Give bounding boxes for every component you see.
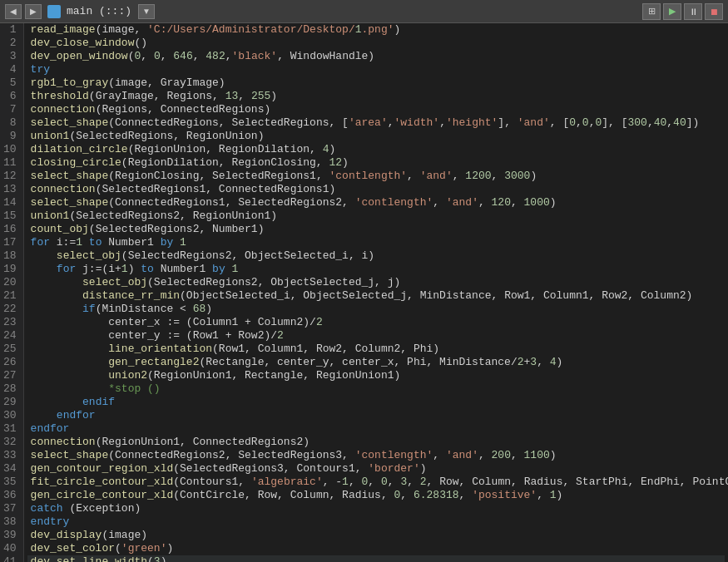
line-number-8: 8 (3, 116, 17, 130)
line-numbers: 1234567891011121314151617181920212223242… (0, 23, 24, 562)
code-line-7[interactable]: connection(Regions, ConnectedRegions) (27, 103, 725, 116)
line-number-17: 17 (3, 236, 17, 249)
line-number-29: 29 (3, 396, 17, 409)
line-number-26: 26 (3, 356, 17, 369)
editor-container: 1234567891011121314151617181920212223242… (0, 23, 728, 562)
line-number-27: 27 (3, 369, 17, 382)
line-number-18: 18 (3, 249, 17, 263)
line-number-5: 5 (3, 76, 17, 90)
code-line-11[interactable]: closing_circle(RegionDilation, RegionClo… (27, 156, 725, 170)
title-bar: ◀ ▶ main (:::) ▼ ⊞ ▶ ⏸ ⏹ (0, 0, 728, 23)
line-number-36: 36 (3, 489, 17, 502)
line-number-3: 3 (3, 50, 17, 63)
line-number-15: 15 (3, 210, 17, 223)
line-number-33: 33 (3, 449, 17, 462)
line-number-38: 38 (3, 515, 17, 529)
code-line-17[interactable]: for i:=1 to Number1 by 1 (27, 236, 725, 249)
line-number-10: 10 (3, 143, 17, 156)
code-line-24[interactable]: center_y := (Row1 + Row2)/2 (27, 329, 725, 343)
line-number-14: 14 (3, 196, 17, 210)
code-line-22[interactable]: if(MinDistance < 68) (27, 303, 725, 316)
toolbar-buttons: ⊞ ▶ ⏸ ⏹ (642, 3, 723, 20)
line-number-7: 7 (3, 103, 17, 116)
code-line-12[interactable]: select_shape(RegionClosing, SelectedRegi… (27, 170, 725, 183)
pause-button[interactable]: ⏸ (684, 3, 702, 20)
code-line-34[interactable]: gen_contour_region_xld(SelectedRegions3,… (27, 462, 725, 476)
line-number-32: 32 (3, 436, 17, 449)
code-line-25[interactable]: line_orientation(Row1, Column1, Row2, Co… (27, 343, 725, 356)
code-line-19[interactable]: for j:=(i+1) to Number1 by 1 (27, 263, 725, 276)
line-number-11: 11 (3, 156, 17, 170)
line-number-12: 12 (3, 170, 17, 183)
forward-button[interactable]: ▶ (25, 4, 42, 19)
code-line-40[interactable]: dev_set_color('green') (27, 542, 725, 555)
line-number-2: 2 (3, 37, 17, 50)
code-line-13[interactable]: connection(SelectedRegions1, ConnectedRe… (27, 183, 725, 196)
file-icon (47, 5, 61, 18)
code-line-16[interactable]: count_obj(SelectedRegions2, Number1) (27, 223, 725, 236)
line-number-21: 21 (3, 289, 17, 303)
line-number-37: 37 (3, 502, 17, 515)
line-number-40: 40 (3, 542, 17, 555)
code-line-8[interactable]: select_shape(ConnectedRegions, SelectedR… (27, 116, 725, 130)
code-line-26[interactable]: gen_rectangle2(Rectangle, center_y, cent… (27, 356, 725, 369)
code-line-14[interactable]: select_shape(ConnectedRegions1, Selected… (27, 196, 725, 210)
line-number-20: 20 (3, 276, 17, 289)
code-line-27[interactable]: union2(RegionUnion1, Rectangle, RegionUn… (27, 369, 725, 382)
code-line-37[interactable]: catch (Exception) (27, 502, 725, 515)
code-line-28[interactable]: *stop () (27, 382, 725, 396)
code-line-31[interactable]: endfor (27, 422, 725, 436)
line-number-1: 1 (3, 23, 17, 37)
line-number-34: 34 (3, 462, 17, 476)
code-line-41[interactable]: dev_set_line_width(3) (27, 555, 725, 562)
code-line-29[interactable]: endif (27, 396, 725, 409)
code-line-35[interactable]: fit_circle_contour_xld(Contours1, 'algeb… (27, 476, 725, 489)
run-button[interactable]: ▶ (663, 3, 681, 20)
line-number-4: 4 (3, 63, 17, 76)
line-number-39: 39 (3, 529, 17, 542)
code-line-2[interactable]: dev_close_window() (27, 37, 725, 50)
code-line-39[interactable]: dev_display(image) (27, 529, 725, 542)
code-line-20[interactable]: select_obj(SelectedRegions2, ObjectSelec… (27, 276, 725, 289)
line-number-19: 19 (3, 263, 17, 276)
line-number-16: 16 (3, 223, 17, 236)
line-number-24: 24 (3, 329, 17, 343)
title-text: main (:::) (67, 5, 131, 17)
code-line-6[interactable]: threshold(GrayImage, Regions, 13, 255) (27, 90, 725, 103)
line-number-30: 30 (3, 409, 17, 422)
stop-button[interactable]: ⏹ (705, 3, 723, 20)
code-line-9[interactable]: union1(SelectedRegions, RegionUnion) (27, 130, 725, 143)
code-line-33[interactable]: select_shape(ConnectedRegions2, Selected… (27, 449, 725, 462)
code-area[interactable]: read_image(image, 'C:/Users/Administrato… (24, 23, 728, 562)
line-number-41: 41 (3, 555, 17, 562)
code-line-10[interactable]: dilation_circle(RegionUnion, RegionDilat… (27, 143, 725, 156)
line-number-28: 28 (3, 382, 17, 396)
back-button[interactable]: ◀ (5, 4, 22, 19)
line-number-25: 25 (3, 343, 17, 356)
line-number-31: 31 (3, 422, 17, 436)
nav-buttons: ◀ ▶ main (:::) ▼ (5, 4, 155, 19)
code-line-15[interactable]: union1(SelectedRegions2, RegionUnion1) (27, 210, 725, 223)
code-line-30[interactable]: endfor (27, 409, 725, 422)
code-line-36[interactable]: gen_circle_contour_xld(ContCircle, Row, … (27, 489, 725, 502)
line-number-35: 35 (3, 476, 17, 489)
line-number-22: 22 (3, 303, 17, 316)
code-line-3[interactable]: dev_open_window(0, 0, 646, 482,'black', … (27, 50, 725, 63)
code-line-4[interactable]: try (27, 63, 725, 76)
line-number-9: 9 (3, 130, 17, 143)
toolbar-btn-1[interactable]: ⊞ (642, 3, 661, 20)
code-line-38[interactable]: endtry (27, 515, 725, 529)
code-line-32[interactable]: connection(RegionUnion1, ConnectedRegion… (27, 436, 725, 449)
line-number-23: 23 (3, 316, 17, 329)
line-number-13: 13 (3, 183, 17, 196)
line-number-6: 6 (3, 90, 17, 103)
code-line-18[interactable]: select_obj(SelectedRegions2, ObjectSelec… (27, 249, 725, 263)
code-line-21[interactable]: distance_rr_min(ObjectSelected_i, Object… (27, 289, 725, 303)
code-line-23[interactable]: center_x := (Column1 + Column2)/2 (27, 316, 725, 329)
code-line-1[interactable]: read_image(image, 'C:/Users/Administrato… (27, 23, 725, 37)
dropdown-button[interactable]: ▼ (138, 4, 155, 19)
code-line-5[interactable]: rgb1_to_gray(image, GrayImage) (27, 76, 725, 90)
